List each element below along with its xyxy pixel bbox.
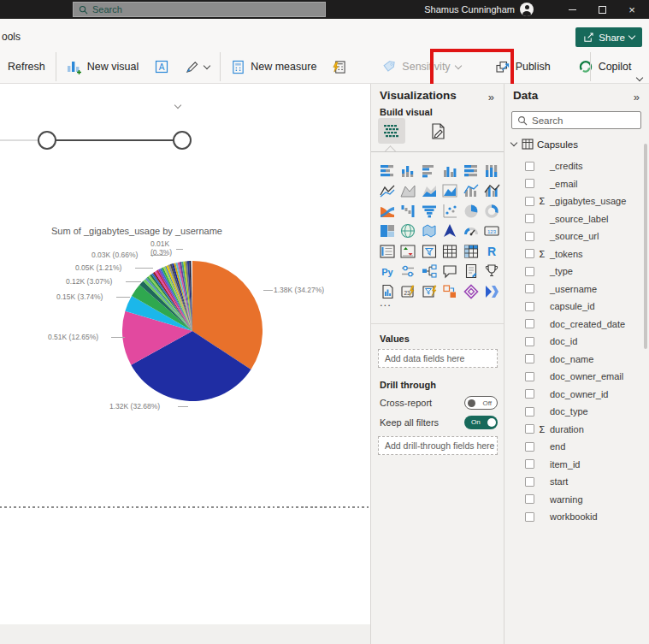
qa-icon[interactable] (440, 262, 461, 282)
new-measure-button[interactable]: New measure (223, 54, 324, 80)
field-name[interactable]: _source_url (550, 231, 599, 241)
field-row[interactable]: Σ_tokens (504, 245, 643, 263)
azure-map-icon[interactable] (440, 222, 461, 242)
collapse-ribbon-button[interactable] (637, 68, 642, 84)
power-apps-icon[interactable]: 23 (398, 281, 419, 302)
field-row[interactable]: warning (504, 491, 643, 509)
field-checkbox[interactable] (525, 354, 534, 363)
field-row[interactable]: capsule_id (504, 298, 643, 316)
arcgis-map-icon[interactable] (461, 281, 481, 302)
field-row[interactable]: doc_id (504, 333, 643, 351)
field-checkbox[interactable] (525, 512, 534, 522)
account-menu[interactable]: Shamus Cunningham (424, 0, 534, 19)
slicer-track-selected[interactable] (47, 139, 182, 142)
field-name[interactable]: doc_type (550, 406, 588, 417)
publish-button[interactable]: Publish (487, 54, 558, 80)
field-checkbox[interactable] (525, 407, 534, 417)
new-slicer-icon[interactable] (398, 262, 419, 282)
field-name[interactable]: _email (550, 179, 577, 189)
keep-all-filters-toggle[interactable]: On (464, 416, 498, 429)
card-icon[interactable]: 123 (482, 222, 503, 242)
field-name[interactable]: _source_label (550, 214, 609, 224)
field-checkbox[interactable] (525, 162, 534, 171)
power-automate-icon[interactable] (419, 281, 440, 302)
hundred-stacked-column-chart-icon[interactable] (482, 161, 503, 181)
text-box-button[interactable]: A (146, 54, 177, 80)
new-visual-button[interactable]: New visual (59, 54, 146, 80)
tab-build-visual[interactable] (378, 118, 405, 144)
field-name[interactable]: capsule_id (550, 301, 595, 311)
line-clustered-column-combo-icon[interactable] (482, 181, 503, 202)
field-checkbox[interactable] (525, 337, 534, 346)
matrix-icon[interactable] (461, 241, 481, 262)
field-name[interactable]: doc_id (550, 336, 577, 346)
field-row[interactable]: workbookid (504, 508, 643, 526)
multi-row-card-icon[interactable] (377, 241, 398, 262)
slicer-handle-right[interactable] (173, 131, 192, 150)
field-checkbox[interactable] (525, 267, 534, 276)
close-button[interactable]: × (619, 0, 645, 19)
slicer-handle-left[interactable] (38, 131, 56, 150)
field-name[interactable]: warning (550, 494, 583, 505)
field-name[interactable]: doc_owner_email (550, 371, 623, 381)
metrics-icon[interactable] (482, 262, 503, 282)
area-chart-icon[interactable] (398, 181, 419, 202)
field-checkbox[interactable] (525, 319, 534, 328)
field-name[interactable]: _gigabytes_usage (550, 196, 626, 206)
gauge-icon[interactable] (461, 222, 481, 242)
field-checkbox[interactable] (525, 302, 534, 311)
ribbon-chart-icon[interactable] (377, 201, 398, 222)
collapse-data-pane-icon[interactable]: » (634, 91, 639, 103)
field-checkbox[interactable] (525, 459, 534, 469)
hundred-stacked-bar-chart-icon[interactable] (461, 161, 481, 181)
get-more-visuals-button[interactable]: ... (380, 296, 392, 309)
stacked-bar-chart-icon[interactable] (377, 161, 398, 181)
donut-chart-icon[interactable] (482, 201, 503, 222)
line-chart-icon[interactable] (377, 181, 398, 202)
cross-report-toggle[interactable]: Off (464, 396, 498, 410)
funnel-chart-icon[interactable] (419, 201, 440, 222)
drill-through-field-well[interactable]: Add drill-through fields here (378, 436, 498, 455)
small-multiples-chart-icon[interactable] (440, 181, 461, 202)
field-name[interactable]: end (550, 441, 565, 452)
quick-measure-button[interactable] (324, 54, 354, 80)
field-checkbox[interactable] (525, 179, 534, 188)
field-checkbox[interactable] (525, 477, 534, 487)
copilot-button[interactable]: Copilot (570, 54, 640, 80)
maximize-button[interactable] (589, 0, 615, 19)
shapes-button[interactable] (177, 54, 217, 80)
field-row[interactable]: _source_label (504, 210, 643, 228)
field-row[interactable]: end (504, 438, 643, 456)
field-name[interactable]: _tokens (550, 249, 583, 259)
decomposition-tree-icon[interactable] (419, 262, 440, 282)
field-checkbox[interactable] (525, 372, 534, 381)
field-row[interactable]: _credits (504, 157, 643, 175)
report-canvas[interactable]: Sum of _gigabytes_usage by _username 1.3… (0, 84, 370, 624)
pie-chart-icon[interactable] (461, 201, 481, 222)
kpi-icon[interactable] (398, 241, 419, 262)
titlebar-search-input[interactable]: Search (73, 2, 326, 17)
values-field-well[interactable]: Add data fields here (378, 349, 498, 368)
map-icon[interactable] (398, 222, 419, 242)
field-row[interactable]: Σduration (504, 421, 643, 439)
field-row[interactable]: doc_owner_email (504, 368, 643, 386)
field-name[interactable]: start (550, 476, 568, 487)
field-row[interactable]: doc_name (504, 351, 643, 369)
field-row[interactable]: _username (504, 281, 643, 298)
field-checkbox[interactable] (525, 249, 534, 258)
refresh-button[interactable]: Refresh (0, 54, 53, 80)
field-row[interactable]: start (504, 473, 643, 491)
pie-chart-visual[interactable] (122, 261, 263, 401)
minimize-button[interactable] (559, 0, 585, 19)
filled-map-icon[interactable] (419, 222, 440, 242)
tab-format-visual[interactable] (424, 118, 451, 144)
table-expand-chevron-icon[interactable] (510, 139, 517, 146)
field-checkbox[interactable] (525, 197, 534, 206)
data-search-input[interactable]: Search (511, 111, 641, 129)
field-checkbox[interactable] (525, 389, 534, 399)
line-stacked-column-combo-icon[interactable] (461, 181, 481, 202)
r-script-icon[interactable]: R (482, 241, 503, 262)
stacked-column-chart-icon[interactable] (398, 161, 419, 181)
field-name[interactable]: duration (550, 424, 584, 434)
stacked-area-chart-icon[interactable] (419, 181, 440, 202)
